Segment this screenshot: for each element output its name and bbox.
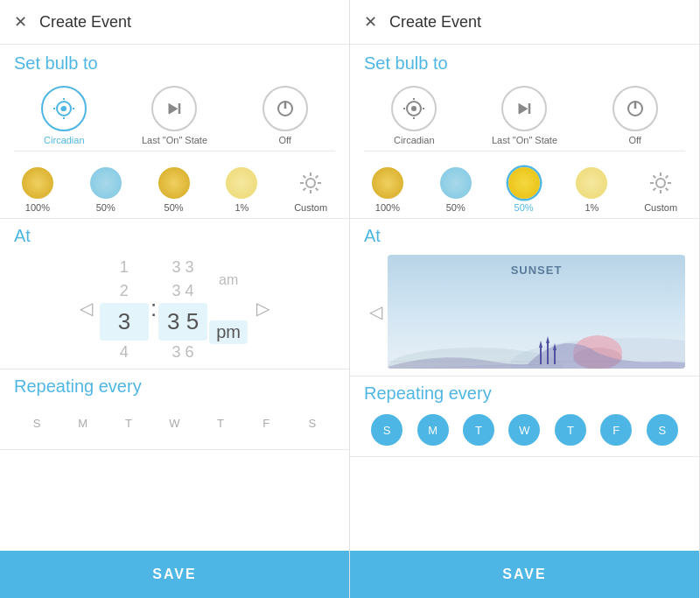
right-b50a-circle	[440, 167, 472, 199]
right-brightness-custom[interactable]: Custom	[644, 167, 677, 213]
left-close-icon[interactable]: ✕	[14, 12, 27, 32]
right-day-mon[interactable]: M	[417, 414, 449, 446]
left-repeating-label: Repeating every	[14, 376, 335, 397]
left-day-tue[interactable]: T	[113, 407, 144, 439]
left-day-sat[interactable]: S	[297, 407, 328, 439]
left-gear-icon	[297, 169, 325, 197]
left-time-colon: :	[150, 295, 157, 322]
right-bulb-off[interactable]: Off	[612, 86, 658, 145]
left-pm: pm	[209, 320, 248, 344]
left-b50a-circle	[90, 167, 122, 199]
left-b50b-label: 50%	[164, 202, 184, 213]
right-brightness-50a[interactable]: 50%	[440, 167, 472, 213]
right-circadian-label: Circadian	[394, 135, 434, 145]
right-b50b-circle	[508, 167, 540, 199]
left-b1-label: 1%	[234, 202, 248, 213]
left-set-bulb-section: Set bulb to C Circadian	[0, 45, 349, 158]
right-day-wed[interactable]: W	[508, 414, 540, 446]
left-off-icon-circle	[262, 86, 308, 131]
left-b50a-label: 50%	[96, 202, 116, 213]
right-set-bulb-section: Set bulb to Circadian	[350, 45, 699, 158]
svg-point-10	[306, 179, 315, 187]
right-day-fri[interactable]: F	[600, 414, 632, 446]
left-brightness-custom[interactable]: Custom	[294, 167, 327, 213]
right-last-on-icon-circle	[501, 86, 547, 131]
left-brightness-50a[interactable]: 50%	[90, 167, 122, 213]
left-title: Create Event	[39, 13, 131, 32]
right-at-prev-arrow[interactable]: ◁	[364, 301, 388, 322]
right-brightness-1[interactable]: 1%	[576, 167, 607, 213]
right-custom-label: Custom	[644, 202, 677, 213]
left-bulb-states: C Circadian Last "On" State	[14, 81, 335, 151]
left-hour-3: 3	[100, 303, 149, 341]
right-sunset-scene	[388, 299, 685, 369]
left-day-thu[interactable]: T	[205, 407, 236, 439]
left-bulb-off[interactable]: Off	[262, 86, 308, 145]
right-day-thu[interactable]: T	[555, 414, 586, 446]
left-save-button[interactable]: SAVE	[0, 551, 349, 598]
circadian-icon: C	[52, 96, 76, 121]
left-time-prev-arrow[interactable]: ◁	[73, 298, 100, 319]
right-set-bulb-label: Set bulb to	[364, 53, 685, 74]
svg-line-15	[304, 176, 306, 179]
right-days-row: S M T W T F S	[364, 411, 685, 449]
left-time-next-arrow[interactable]: ▷	[249, 298, 276, 319]
left-last-on-icon-circle	[151, 86, 197, 131]
left-day-wed[interactable]: W	[158, 407, 190, 439]
right-circadian-icon	[402, 96, 426, 121]
left-ampm-col[interactable]: am pm	[207, 256, 249, 361]
left-repeating-section: Repeating every S M T W T F S	[0, 369, 349, 450]
left-bulb-circadian[interactable]: C Circadian	[41, 86, 87, 145]
left-min-34: 3 4	[158, 279, 207, 303]
right-gear-icon	[647, 169, 675, 197]
right-b50a-label: 50%	[446, 202, 466, 213]
right-brightness-100[interactable]: 100%	[372, 167, 403, 213]
left-panel: ✕ Create Event Set bulb to C	[0, 0, 350, 598]
left-min-36: 3 6	[158, 341, 207, 361]
left-brightness-50b[interactable]: 50%	[158, 167, 190, 213]
right-gear-icon-wrap	[645, 167, 676, 199]
svg-line-34	[666, 188, 668, 191]
right-bulb-last-on[interactable]: Last "On" State	[492, 86, 557, 145]
left-day-mon[interactable]: M	[67, 407, 99, 439]
left-minutes-col[interactable]: 3 3 3 4 3 5 3 6 3 7	[158, 256, 207, 361]
right-day-tue[interactable]: T	[463, 414, 494, 446]
right-b50b-label: 50%	[514, 202, 534, 213]
right-day-sun[interactable]: S	[371, 414, 402, 446]
left-brightness-1[interactable]: 1%	[226, 167, 257, 213]
right-last-on-icon	[512, 96, 536, 121]
right-b100-circle	[372, 167, 403, 199]
left-off-label: Off	[278, 135, 290, 145]
left-hours-col[interactable]: 1 2 3 4 5	[100, 256, 149, 361]
left-b1-circle	[226, 167, 257, 199]
right-b100-label: 100%	[375, 202, 400, 213]
right-brightness-row: 100% 50% 50% 1%	[350, 158, 699, 219]
svg-point-20	[411, 106, 416, 111]
left-b50b-circle	[158, 167, 190, 199]
left-last-on-label: Last "On" State	[142, 135, 207, 145]
right-close-icon[interactable]: ✕	[364, 12, 377, 32]
left-circadian-icon-circle: C	[41, 86, 87, 131]
svg-line-16	[316, 188, 318, 191]
right-panel: ✕ Create Event Set bulb to Circadian	[350, 0, 700, 598]
left-day-sun[interactable]: S	[21, 407, 52, 439]
right-off-label: Off	[628, 135, 640, 145]
right-at-content: SUNSET	[388, 251, 685, 372]
left-days-row: S M T W T F S	[14, 404, 335, 442]
left-b100-label: 100%	[25, 202, 50, 213]
left-min-35: 3 5	[158, 303, 207, 341]
right-circadian-icon-circle	[391, 86, 437, 131]
left-day-fri[interactable]: F	[250, 407, 282, 439]
right-day-sat[interactable]: S	[647, 414, 678, 446]
right-save-button[interactable]: SAVE	[350, 551, 699, 598]
right-b1-label: 1%	[584, 202, 598, 213]
right-title: Create Event	[389, 13, 481, 32]
left-bulb-last-on[interactable]: Last "On" State	[142, 86, 207, 145]
left-brightness-100[interactable]: 100%	[22, 167, 53, 213]
power-off-icon	[273, 96, 298, 121]
right-bulb-circadian[interactable]: Circadian	[391, 86, 437, 145]
right-brightness-50b[interactable]: 50%	[508, 167, 540, 213]
right-off-icon-circle	[612, 86, 658, 131]
right-sunset-container: SUNSET	[388, 255, 685, 369]
right-b1-circle	[576, 167, 607, 199]
